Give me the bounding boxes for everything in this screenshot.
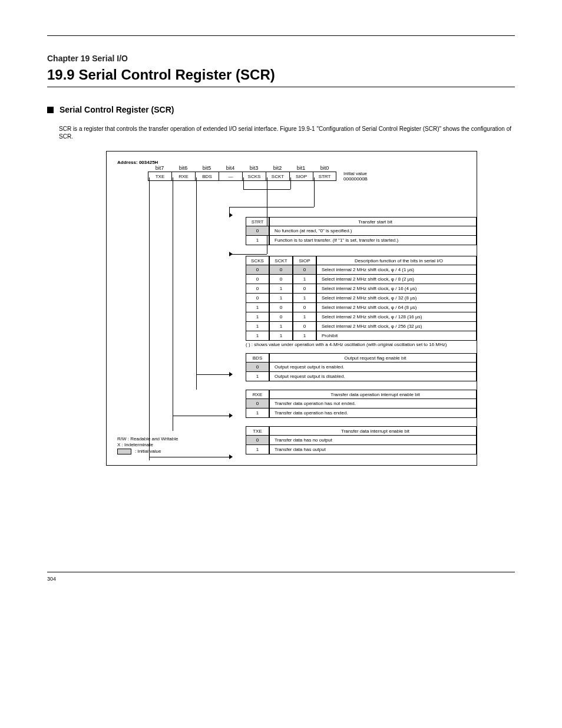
bit-name: TXE xyxy=(148,172,171,181)
th: Transfer data operation interrupt enable… xyxy=(269,390,477,399)
th: SCKT xyxy=(269,256,293,265)
arrow-icon xyxy=(229,372,233,377)
legend-swatch xyxy=(117,449,131,454)
wire xyxy=(314,177,315,207)
td: 1 xyxy=(246,322,269,331)
bit-label: bit2 xyxy=(266,165,289,171)
td: Select internal 2 MHz shift clock, φ / 8… xyxy=(316,275,477,284)
td: Select internal 2 MHz shift clock, φ / 6… xyxy=(316,303,477,312)
initial-value: 00000000B xyxy=(343,176,368,182)
td: 1 xyxy=(293,275,316,284)
arrow-icon xyxy=(229,213,233,218)
td: 0 xyxy=(269,303,293,312)
td: 0 xyxy=(246,275,269,284)
td: 1 xyxy=(269,284,293,294)
title-rule xyxy=(47,87,515,87)
td: 0 xyxy=(246,284,269,294)
td: Function is to start transfer. (If "1" i… xyxy=(269,236,477,245)
legend-line: X : Indeterminate xyxy=(117,442,178,448)
td: 1 xyxy=(293,331,316,341)
wire xyxy=(149,177,150,460)
wire xyxy=(229,207,314,207)
td: 1 xyxy=(246,236,269,245)
th: SCKS xyxy=(246,256,269,265)
td: Transfer data operation has ended. xyxy=(269,409,477,418)
register-figure: Address: 003425H bit7 bit6 bit5 bit4 bit… xyxy=(106,151,477,466)
section-title: Serial Control Register (SCR) xyxy=(59,105,174,114)
th: Description function of the bits in seri… xyxy=(316,256,477,265)
td: 0 xyxy=(293,303,316,312)
bit-name: RXE xyxy=(171,172,195,181)
td: Select internal 2 MHz shift clock, φ / 1… xyxy=(316,312,477,322)
legend-initial: : Initial value xyxy=(135,449,161,454)
bit-label: bit7 xyxy=(148,165,171,171)
td: Select internal 2 MHz shift clock, φ / 3… xyxy=(316,294,477,303)
td: 1 xyxy=(269,331,293,341)
td: 1 xyxy=(246,331,269,341)
td: 0 xyxy=(269,275,293,284)
legend-line: R/W : Readable and Writable xyxy=(117,436,178,442)
td: 0 xyxy=(246,294,269,303)
wire xyxy=(196,177,197,390)
td: 1 xyxy=(246,445,269,454)
td: 1 xyxy=(269,294,293,303)
bit-index-row: bit7 bit6 bit5 bit4 bit3 bit2 bit1 bit0 xyxy=(148,165,466,171)
td: Transfer data has output xyxy=(269,445,477,454)
th: STRT xyxy=(246,217,269,226)
txe-table: TXE Transfer data interrupt enable bit 0… xyxy=(246,426,477,454)
td: 0 xyxy=(293,265,316,275)
bds-table: BDS Output request flag enable bit 0Outp… xyxy=(246,353,477,381)
td: Output request output is disabled. xyxy=(269,372,477,381)
td: 0 xyxy=(246,399,269,409)
bit-label: bit0 xyxy=(313,165,336,171)
top-rule xyxy=(47,35,515,36)
td: 0 xyxy=(269,265,293,275)
page-title: 19.9 Serial Control Register (SCR) xyxy=(47,67,515,83)
clock-table: SCKS SCKT SIOP Description function of t… xyxy=(246,256,477,341)
td: 0 xyxy=(293,284,316,294)
td: 0 xyxy=(246,436,269,445)
bit-name: STRT xyxy=(313,172,336,181)
page-number: 304 xyxy=(47,576,56,582)
td: 1 xyxy=(246,409,269,418)
td: 1 xyxy=(246,372,269,381)
bit-name: — xyxy=(219,172,242,181)
td: 0 xyxy=(293,322,316,331)
clock-note: ( ) : shows value under operation with a… xyxy=(246,342,477,347)
strt-table: STRT Transfer start bit 0 No function (a… xyxy=(246,217,477,245)
th: RXE xyxy=(246,390,269,399)
wire xyxy=(229,254,267,255)
th: BDS xyxy=(246,353,269,363)
th: TXE xyxy=(246,426,269,436)
initial-label: Initial value xyxy=(343,171,367,176)
td: Select internal 2 MHz shift clock, φ / 2… xyxy=(316,322,477,331)
bit-label: bit4 xyxy=(219,165,242,171)
td: Transfer data has no output xyxy=(269,436,477,445)
wire xyxy=(196,374,232,375)
th: Output request flag enable bit xyxy=(269,353,477,363)
td: 1 xyxy=(269,322,293,331)
section-bullet xyxy=(47,107,54,113)
td: 1 xyxy=(246,303,269,312)
chapter-heading: Chapter 19 Serial I/O xyxy=(47,54,515,63)
legend: R/W : Readable and Writable X : Indeterm… xyxy=(117,436,178,454)
th: Transfer data interrupt enable bit xyxy=(269,426,477,436)
arrow-icon xyxy=(229,252,233,256)
wire xyxy=(243,177,244,189)
bit-name: SCKT xyxy=(266,172,289,181)
td: 0 xyxy=(246,265,269,275)
td: Prohibit xyxy=(316,331,477,341)
arrow-icon xyxy=(229,454,233,459)
wire xyxy=(173,416,232,416)
wire xyxy=(290,177,291,189)
wire xyxy=(267,177,267,189)
bit-label: bit6 xyxy=(171,165,195,171)
bit-name: BDS xyxy=(195,172,219,181)
td: Transfer data operation has not ended. xyxy=(269,399,477,409)
bit-name: SCKS xyxy=(242,172,266,181)
arrow-icon xyxy=(229,413,233,418)
bit-name: SIOP xyxy=(289,172,313,181)
td: No function (at read, "0" is specified.) xyxy=(269,226,477,236)
bit-label: bit3 xyxy=(242,165,266,171)
td: 0 xyxy=(246,363,269,372)
